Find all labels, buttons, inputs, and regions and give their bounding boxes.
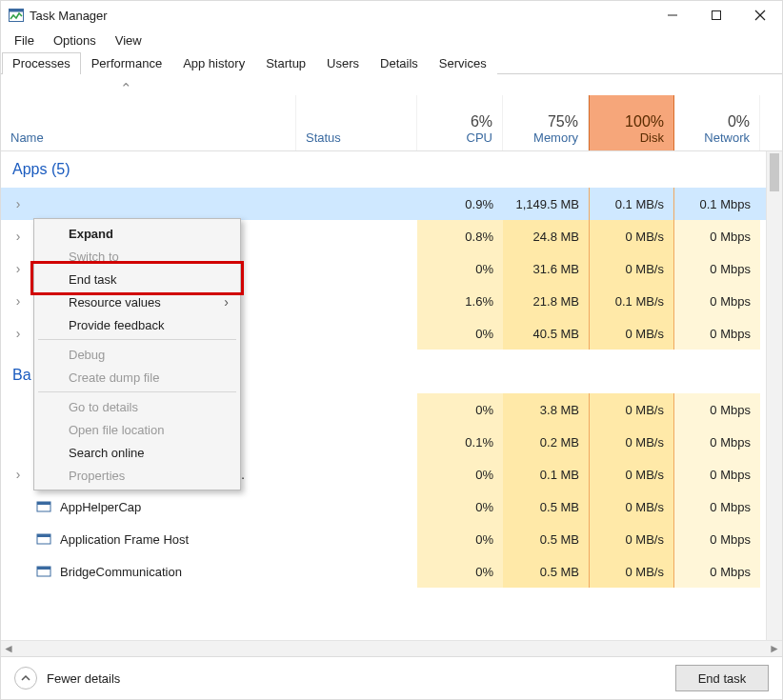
cm-end-task[interactable]: End task <box>36 268 238 290</box>
chevron-up-icon: ⌃ <box>120 80 132 97</box>
col-cpu-pct: 6% <box>427 113 492 130</box>
svg-rect-11 <box>37 534 50 537</box>
process-name: BridgeCommunication <box>60 565 287 579</box>
tabstrip: Processes Performance App history Startu… <box>1 50 782 74</box>
col-status[interactable]: Status <box>296 95 417 150</box>
chevron-right-icon[interactable]: › <box>10 196 26 211</box>
col-disk[interactable]: 100% Disk <box>589 95 674 150</box>
chevron-right-icon: › <box>224 294 229 310</box>
cm-switch-to: Switch to <box>36 245 238 268</box>
disk-value: 0.1 MB/s <box>589 188 674 220</box>
service-icon <box>35 530 52 548</box>
disk-value: 0 MB/s <box>589 426 674 458</box>
col-mem-pct: 75% <box>512 113 578 130</box>
mem-value: 1,149.5 MB <box>503 188 589 220</box>
cm-search-online[interactable]: Search online <box>36 441 238 464</box>
context-menu: Expand Switch to End task Resource value… <box>33 218 241 490</box>
cm-expand[interactable]: Expand <box>36 222 238 245</box>
tab-performance[interactable]: Performance <box>81 52 172 74</box>
net-value: 0 Mbps <box>674 317 760 350</box>
svg-rect-1 <box>10 10 24 12</box>
col-mem-label: Memory <box>512 130 578 145</box>
tab-details[interactable]: Details <box>370 52 429 74</box>
task-manager-window: Task Manager File Options View Processes… <box>0 0 783 700</box>
scroll-left-icon[interactable]: ◄ <box>1 642 16 655</box>
close-button[interactable] <box>738 1 782 30</box>
disk-value: 0 MB/s <box>589 393 674 426</box>
tab-processes[interactable]: Processes <box>2 52 81 74</box>
tab-startup[interactable]: Startup <box>255 52 316 74</box>
cpu-value: 0.9% <box>417 188 503 220</box>
net-value: 0 Mbps <box>674 393 760 426</box>
col-net-label: Network <box>684 130 750 145</box>
cpu-value: 0% <box>417 252 503 285</box>
fewer-details-toggle[interactable] <box>14 667 37 690</box>
footer: Fewer details End task <box>1 656 782 699</box>
cpu-value: 0% <box>417 458 503 490</box>
chevron-right-icon[interactable]: › <box>10 326 26 341</box>
chevron-right-icon[interactable]: › <box>10 261 26 276</box>
tab-app-history[interactable]: App history <box>172 52 255 74</box>
cpu-value: 0.1% <box>417 426 503 458</box>
cm-debug: Debug <box>36 343 238 366</box>
service-icon <box>35 498 52 515</box>
mem-value: 0.5 MB <box>503 523 589 555</box>
process-name: Application Frame Host <box>60 532 287 547</box>
titlebar: Task Manager <box>1 1 782 30</box>
net-value: 0 Mbps <box>674 285 760 317</box>
table-row[interactable]: › 0.9% 1,149.5 MB 0.1 MB/s 0.1 Mbps <box>1 188 767 220</box>
cm-go-to-details: Go to details <box>36 395 238 418</box>
net-value: 0 Mbps <box>674 523 760 555</box>
disk-value: 0 MB/s <box>589 252 674 285</box>
group-apps[interactable]: Apps (5) <box>1 151 767 188</box>
mem-value: 0.2 MB <box>503 426 589 458</box>
menu-view[interactable]: View <box>106 31 151 50</box>
cpu-value: 1.6% <box>417 285 503 317</box>
col-cpu-label: CPU <box>427 130 492 145</box>
chevron-right-icon[interactable]: › <box>10 293 26 309</box>
cpu-value: 0% <box>417 523 503 555</box>
vertical-scrollbar[interactable] <box>766 151 782 640</box>
table-row[interactable]: AppHelperCap 0% 0.5 MB 0 MB/s 0 Mbps <box>1 490 767 523</box>
mem-value: 21.8 MB <box>503 285 589 317</box>
fewer-details-label[interactable]: Fewer details <box>47 671 120 686</box>
col-name[interactable]: ⌃ Name <box>1 95 296 150</box>
disk-value: 0 MB/s <box>589 490 674 523</box>
disk-value: 0.1 MB/s <box>589 285 674 317</box>
menu-options[interactable]: Options <box>44 31 106 50</box>
maximize-button[interactable] <box>694 1 738 30</box>
process-name: AppHelperCap <box>60 500 287 514</box>
col-memory[interactable]: 75% Memory <box>503 95 589 150</box>
scrollbar-thumb[interactable] <box>770 153 779 191</box>
net-value: 0 Mbps <box>674 490 760 523</box>
chevron-right-icon[interactable]: › <box>10 229 26 244</box>
cm-provide-feedback[interactable]: Provide feedback <box>36 313 238 336</box>
cpu-value: 0% <box>417 317 503 350</box>
minimize-button[interactable] <box>651 1 694 30</box>
net-value: 0.1 Mbps <box>674 188 760 220</box>
cm-resource-values-label: Resource values <box>69 295 161 310</box>
col-cpu[interactable]: 6% CPU <box>417 95 503 150</box>
mem-value: 24.8 MB <box>503 220 589 252</box>
cpu-value: 0.8% <box>417 220 503 252</box>
col-network[interactable]: 0% Network <box>674 95 760 150</box>
end-task-button[interactable]: End task <box>675 665 769 691</box>
tab-services[interactable]: Services <box>429 52 497 74</box>
mem-value: 3.8 MB <box>503 393 589 426</box>
cm-create-dump: Create dump file <box>36 366 238 389</box>
cm-open-file-location: Open file location <box>36 418 238 441</box>
table-row[interactable]: Application Frame Host 0% 0.5 MB 0 MB/s … <box>1 523 767 555</box>
menu-file[interactable]: File <box>5 31 44 50</box>
chevron-right-icon[interactable]: › <box>10 467 26 482</box>
net-value: 0 Mbps <box>674 426 760 458</box>
horizontal-scrollbar[interactable]: ◄ ► <box>1 640 782 656</box>
cpu-value: 0% <box>417 490 503 523</box>
svg-rect-3 <box>713 11 721 20</box>
col-disk-pct: 100% <box>599 113 664 130</box>
app-icon <box>33 195 50 212</box>
tab-users[interactable]: Users <box>316 52 370 74</box>
cm-resource-values[interactable]: Resource values › <box>36 290 238 313</box>
table-row[interactable]: BridgeCommunication 0% 0.5 MB 0 MB/s 0 M… <box>1 555 767 588</box>
task-manager-icon <box>9 8 24 23</box>
scroll-right-icon[interactable]: ► <box>767 642 782 655</box>
